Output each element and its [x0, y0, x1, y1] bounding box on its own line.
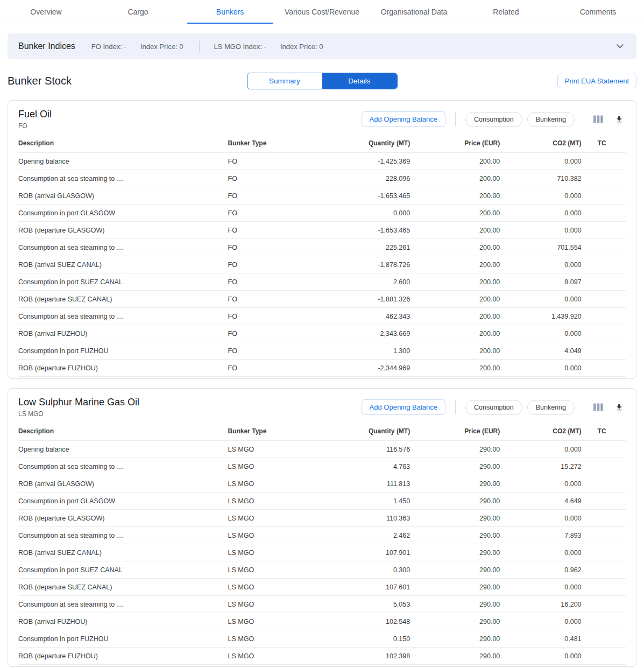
- table-row[interactable]: ROB (departure FUZHOU)FO-2,344.969200.00…: [18, 360, 626, 377]
- co2-cell: 0.000: [500, 256, 581, 273]
- quantity-cell: -2,343.669: [319, 325, 410, 342]
- divider: [455, 112, 456, 126]
- bunkering-button[interactable]: Bunkering: [527, 112, 575, 127]
- table-row[interactable]: Opening balanceLS MGO116.576290.000.000: [18, 441, 626, 458]
- price-cell: 200.00: [410, 325, 500, 342]
- table-row[interactable]: Opening balanceFO-1,425.369200.000.000: [18, 153, 626, 170]
- quantity-cell: 110.363: [319, 510, 410, 527]
- table-row[interactable]: Consumption at sea steaming to …FO462.34…: [18, 308, 626, 325]
- tab-overview[interactable]: Overview: [0, 0, 92, 24]
- bunker-type-cell: FO: [228, 291, 319, 308]
- tab-related[interactable]: Related: [460, 0, 552, 24]
- price-cell: 200.00: [410, 360, 500, 377]
- bunker-type-cell: LS MGO: [228, 441, 319, 458]
- bunker-type-cell: FO: [228, 308, 319, 325]
- columns-icon[interactable]: [591, 113, 605, 125]
- co2-cell: 0.000: [500, 441, 581, 458]
- tc-cell: [582, 561, 626, 579]
- card-title: Low Sulphur Marine Gas Oil: [18, 397, 139, 408]
- price-cell: 200.00: [410, 239, 500, 256]
- price-cell: 290.00: [410, 648, 500, 665]
- tab-comments[interactable]: Comments: [552, 0, 644, 24]
- column-header: Quantity (MT): [319, 422, 410, 441]
- price-cell: 290.00: [410, 561, 500, 579]
- bunker-table: DescriptionBunker TypeQuantity (MT)Price…: [18, 134, 626, 377]
- tab-organisational-data[interactable]: Organisational Data: [368, 0, 460, 24]
- bunker-type-cell: LS MGO: [228, 458, 319, 475]
- chevron-down-icon[interactable]: [614, 42, 626, 51]
- description-cell: ROB (arrival SUEZ CANAL): [18, 256, 228, 273]
- indices-item: Index Price: 0: [280, 43, 323, 51]
- indices-item: FO Index: -: [91, 43, 126, 51]
- card-actions: Add Opening Balance Consumption Bunkerin…: [362, 399, 626, 415]
- price-cell: 200.00: [410, 153, 500, 170]
- table-row[interactable]: Consumption at sea steaming to …LS MGO4.…: [18, 458, 626, 475]
- table-row[interactable]: Consumption in port GLASGOWLS MGO1.45029…: [18, 493, 626, 510]
- print-eua-statement-button[interactable]: Print EUA Statement: [557, 74, 636, 88]
- price-cell: 290.00: [410, 510, 500, 527]
- table-row[interactable]: ROB (arrival FUZHOU)LS MGO102.548290.000…: [18, 613, 626, 630]
- quantity-cell: 225.261: [319, 239, 410, 256]
- quantity-cell: -1,425.369: [319, 153, 410, 170]
- table-row[interactable]: ROB (arrival FUZHOU)FO-2,343.669200.000.…: [18, 325, 626, 342]
- card-header: Fuel Oil FO Add Opening Balance Consumpt…: [18, 109, 626, 130]
- bunker-type-cell: LS MGO: [228, 561, 319, 579]
- table-row[interactable]: Consumption at sea steaming to …LS MGO5.…: [18, 596, 626, 613]
- description-cell: Consumption at sea steaming to …: [18, 170, 228, 187]
- column-header: TC: [582, 134, 626, 153]
- bunker-indices-title: Bunker Indices: [18, 41, 75, 51]
- co2-cell: 0.000: [500, 222, 581, 239]
- tc-cell: [582, 596, 626, 613]
- price-cell: 200.00: [410, 187, 500, 205]
- tc-cell: [582, 458, 626, 475]
- tab-cargo[interactable]: Cargo: [92, 0, 184, 24]
- table-row[interactable]: ROB (departure GLASGOW)FO-1,653.465200.0…: [18, 222, 626, 239]
- quantity-cell: 107.601: [319, 579, 410, 596]
- bunker-type-cell: FO: [228, 273, 319, 291]
- table-row[interactable]: ROB (arrival GLASGOW)FO-1,653.465200.000…: [18, 187, 626, 205]
- description-cell: ROB (arrival GLASGOW): [18, 475, 228, 493]
- price-cell: 200.00: [410, 222, 500, 239]
- quantity-cell: 102.548: [319, 613, 410, 630]
- card-title: Fuel Oil: [18, 109, 52, 120]
- table-row[interactable]: ROB (arrival SUEZ CANAL)FO-1,878.726200.…: [18, 256, 626, 273]
- table-row[interactable]: Consumption at sea steaming to …FO225.26…: [18, 239, 626, 256]
- columns-icon[interactable]: [591, 401, 605, 413]
- table-header-row: DescriptionBunker TypeQuantity (MT)Price…: [18, 134, 626, 153]
- table-row[interactable]: ROB (arrival SUEZ CANAL)LS MGO107.901290…: [18, 544, 626, 561]
- toggle-details-button[interactable]: Details: [322, 73, 397, 89]
- table-row[interactable]: Consumption at sea steaming to …LS MGO2.…: [18, 527, 626, 544]
- toggle-summary-button[interactable]: Summary: [247, 73, 322, 89]
- table-row[interactable]: Consumption in port FUZHOUFO1.300200.004…: [18, 342, 626, 360]
- table-row[interactable]: ROB (departure SUEZ CANAL)LS MGO107.6012…: [18, 579, 626, 596]
- bunkering-button[interactable]: Bunkering: [527, 400, 575, 415]
- download-icon[interactable]: [613, 401, 626, 414]
- table-row[interactable]: Consumption in port GLASGOWFO0.000200.00…: [18, 205, 626, 222]
- column-header: TC: [582, 422, 626, 441]
- table-row[interactable]: Consumption in port FUZHOULS MGO0.150290…: [18, 630, 626, 648]
- add-opening-balance-button[interactable]: Add Opening Balance: [362, 111, 445, 127]
- bunker-indices-items: FO Index: -Index Price: 0LS MGO Index: -…: [91, 41, 337, 52]
- table-row[interactable]: Consumption in port SUEZ CANALLS MGO0.30…: [18, 561, 626, 579]
- column-header: Bunker Type: [228, 422, 319, 441]
- table-row[interactable]: Consumption in port SUEZ CANALFO2.600200…: [18, 273, 626, 291]
- table-row[interactable]: ROB (departure SUEZ CANAL)FO-1,881.32620…: [18, 291, 626, 308]
- card-header: Low Sulphur Marine Gas Oil LS MGO Add Op…: [18, 397, 626, 418]
- bunker-type-cell: LS MGO: [228, 544, 319, 561]
- table-row[interactable]: ROB (departure FUZHOU)LS MGO102.398290.0…: [18, 648, 626, 665]
- table-row[interactable]: ROB (departure GLASGOW)LS MGO110.363290.…: [18, 510, 626, 527]
- table-row[interactable]: Consumption at sea steaming to …FO228.09…: [18, 170, 626, 187]
- consumption-button[interactable]: Consumption: [465, 112, 522, 127]
- add-opening-balance-button[interactable]: Add Opening Balance: [362, 399, 445, 415]
- tab-bunkers[interactable]: Bunkers: [184, 0, 276, 24]
- divider: [199, 41, 200, 52]
- price-cell: 290.00: [410, 544, 500, 561]
- tab-various-cost-revenue[interactable]: Various Cost/Revenue: [276, 0, 368, 24]
- description-cell: Consumption in port SUEZ CANAL: [18, 273, 228, 291]
- download-icon[interactable]: [613, 113, 626, 126]
- consumption-button[interactable]: Consumption: [465, 400, 522, 415]
- co2-cell: 710.382: [500, 170, 581, 187]
- tc-cell: [582, 475, 626, 493]
- top-tabs: OverviewCargoBunkersVarious Cost/Revenue…: [0, 0, 644, 24]
- table-row[interactable]: ROB (arrival GLASGOW)LS MGO111.813290.00…: [18, 475, 626, 493]
